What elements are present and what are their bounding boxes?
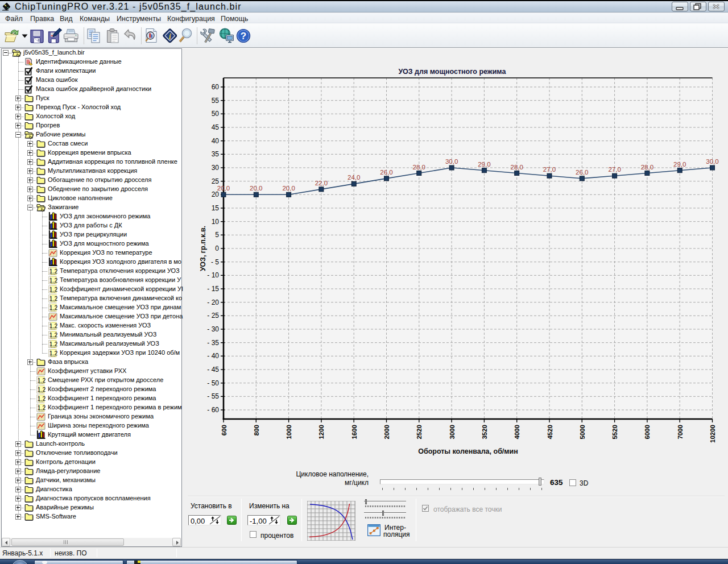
svg-text:27,0: 27,0 [608,166,621,173]
svg-text:2520: 2520 [416,425,423,439]
svg-text:7000: 7000 [677,425,684,439]
svg-text:5520: 5520 [611,425,618,439]
svg-text:1200: 1200 [318,425,325,439]
svg-text:- 45: - 45 [207,366,219,374]
svg-text:3520: 3520 [481,425,488,439]
svg-text:4000: 4000 [514,425,520,439]
svg-text:?: ? [241,31,246,42]
svg-text:3000: 3000 [449,425,456,439]
svg-text:30,0: 30,0 [445,158,458,165]
svg-text:- 20: - 20 [207,298,219,306]
svg-text:1600: 1600 [351,425,358,439]
svg-text:15: 15 [212,204,220,212]
svg-text:УОЗ, гр.п.к.в.: УОЗ, гр.п.к.в. [199,226,207,271]
svg-text:1000: 1000 [286,425,292,439]
svg-text:i: i [169,32,171,41]
svg-text:20,0: 20,0 [217,185,230,192]
svg-text:20,0: 20,0 [250,185,262,192]
svg-text:800: 800 [253,425,260,436]
svg-text:26,0: 26,0 [380,169,392,176]
svg-text:Обороты коленвала, об/мин: Обороты коленвала, об/мин [418,447,518,455]
svg-text:- 5: - 5 [211,258,219,266]
svg-text:УОЗ для мощностного режима: УОЗ для мощностного режима [399,68,507,76]
svg-text:0: 0 [215,244,219,252]
svg-text:4520: 4520 [547,425,553,439]
svg-text:600: 600 [221,425,228,436]
svg-text:50: 50 [212,110,220,118]
svg-text:60: 60 [212,83,220,91]
svg-text:10: 10 [212,218,220,226]
svg-text:29,0: 29,0 [673,161,686,168]
svg-text:10200: 10200 [709,425,716,443]
svg-text:24,0: 24,0 [348,174,360,181]
svg-text:- 40: - 40 [207,352,219,360]
svg-text:55: 55 [212,97,220,105]
svg-text:28,0: 28,0 [641,164,653,171]
svg-text:- 10: - 10 [207,271,219,279]
svg-text:27,0: 27,0 [543,166,556,173]
svg-text:30: 30 [212,164,220,172]
svg-text:- 60: - 60 [207,406,219,414]
svg-text:- 55: - 55 [207,392,219,400]
svg-text:6000: 6000 [644,425,651,439]
svg-text:20: 20 [212,190,220,198]
svg-text:- 50: - 50 [207,379,219,387]
svg-text:22,0: 22,0 [315,180,328,186]
svg-text:45: 45 [212,123,220,131]
svg-text:28,0: 28,0 [413,164,425,171]
svg-text:20,0: 20,0 [282,185,295,192]
svg-text:25: 25 [212,177,220,185]
svg-text:26,0: 26,0 [576,169,588,176]
svg-text:- 35: - 35 [207,339,219,347]
svg-text:35: 35 [212,150,220,158]
svg-text:28,0: 28,0 [511,164,523,171]
svg-text:- 25: - 25 [207,312,219,320]
svg-text:29,0: 29,0 [478,161,490,168]
svg-text:5000: 5000 [579,425,586,439]
svg-text:2000: 2000 [383,425,390,439]
svg-text:5: 5 [215,231,219,239]
svg-text:40: 40 [212,137,220,145]
svg-text:- 15: - 15 [207,285,219,293]
svg-text:- 30: - 30 [207,325,219,333]
svg-text:30,0: 30,0 [706,158,718,165]
